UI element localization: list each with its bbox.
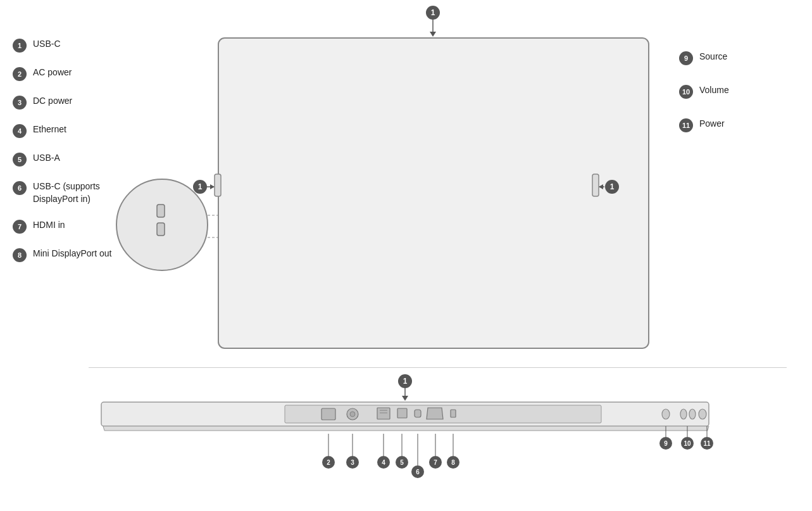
svg-point-57 xyxy=(680,409,687,419)
svg-rect-29 xyxy=(415,410,421,417)
svg-rect-28 xyxy=(397,408,407,418)
svg-text:11: 11 xyxy=(703,440,711,447)
svg-point-59 xyxy=(699,409,706,419)
divider xyxy=(89,367,787,368)
svg-point-58 xyxy=(689,409,696,419)
svg-text:1: 1 xyxy=(198,182,203,191)
bottom-device-illustration: 1 2 3 4 5 6 7 xyxy=(0,374,812,511)
svg-text:1: 1 xyxy=(610,182,615,191)
svg-marker-4 xyxy=(430,32,436,37)
svg-marker-10 xyxy=(210,184,215,189)
svg-rect-22 xyxy=(322,408,335,420)
svg-rect-25 xyxy=(377,408,390,419)
svg-text:1: 1 xyxy=(431,8,435,17)
svg-text:3: 3 xyxy=(351,459,354,466)
svg-text:6: 6 xyxy=(416,469,420,476)
svg-text:9: 9 xyxy=(664,440,668,447)
svg-text:8: 8 xyxy=(451,459,455,466)
svg-rect-0 xyxy=(218,38,649,348)
svg-rect-1 xyxy=(215,174,221,196)
svg-rect-30 xyxy=(451,410,456,417)
top-section: 1 USB-C 2 AC power 3 DC power 4 Ethernet… xyxy=(0,0,812,367)
bottom-section: 1 2 3 4 5 6 7 xyxy=(0,374,812,511)
top-device-illustration: 1 1 1 xyxy=(0,0,812,367)
svg-text:5: 5 xyxy=(400,459,404,466)
page: 1 USB-C 2 AC power 3 DC power 4 Ethernet… xyxy=(0,0,812,511)
svg-point-24 xyxy=(350,412,355,417)
svg-marker-32 xyxy=(402,396,408,401)
svg-text:1: 1 xyxy=(403,377,408,386)
svg-text:10: 10 xyxy=(684,440,691,447)
svg-rect-2 xyxy=(592,174,599,196)
svg-text:7: 7 xyxy=(434,459,437,466)
svg-text:4: 4 xyxy=(382,459,385,466)
svg-text:2: 2 xyxy=(327,459,330,466)
svg-rect-17 xyxy=(157,223,165,236)
svg-rect-16 xyxy=(157,205,165,217)
svg-point-56 xyxy=(662,409,670,419)
